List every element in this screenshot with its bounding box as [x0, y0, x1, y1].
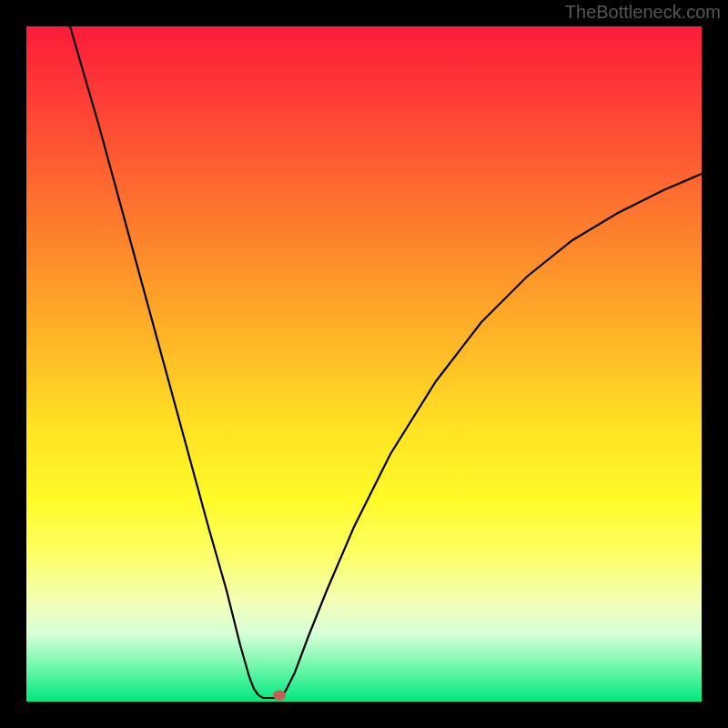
- curve-svg: [26, 26, 702, 702]
- watermark-text: TheBottleneck.com: [565, 2, 721, 23]
- optimal-point-marker: [273, 691, 286, 701]
- bottleneck-curve-line: [70, 26, 702, 698]
- chart-plot-area: [26, 26, 702, 702]
